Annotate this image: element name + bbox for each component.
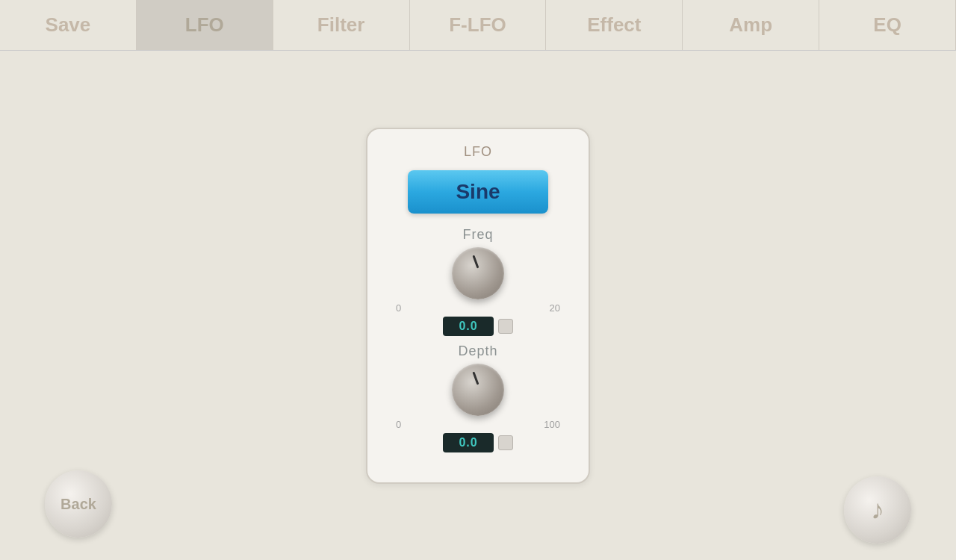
depth-range: 0 100 (390, 419, 566, 430)
freq-knob-tick (472, 255, 479, 268)
freq-min: 0 (396, 302, 401, 314)
freq-label: Freq (462, 227, 493, 243)
tab-lfo[interactable]: LFO (137, 0, 273, 50)
freq-section: Freq 0 20 0.0 (390, 227, 566, 336)
depth-value[interactable]: 0.0 (443, 433, 494, 452)
top-navigation: Save LFO Filter F-LFO Effect Amp EQ (0, 0, 956, 51)
card-title: LFO (464, 144, 492, 160)
depth-min: 0 (396, 419, 401, 430)
waveform-button[interactable]: Sine (408, 170, 548, 214)
depth-knob-tick (472, 371, 479, 385)
lfo-card: LFO Sine Freq 0 20 0.0 Depth (366, 128, 590, 484)
depth-label: Depth (458, 343, 497, 359)
tab-amp[interactable]: Amp (683, 0, 819, 50)
back-button[interactable]: Back (45, 470, 112, 538)
freq-range: 0 20 (390, 302, 566, 314)
freq-value[interactable]: 0.0 (443, 317, 494, 336)
freq-knob[interactable] (452, 247, 504, 299)
music-note-button[interactable]: ♪ (844, 476, 911, 544)
main-content: LFO Sine Freq 0 20 0.0 Depth (0, 51, 956, 560)
freq-controls: 0.0 (443, 317, 513, 336)
tab-eq[interactable]: EQ (819, 0, 956, 50)
depth-controls: 0.0 (443, 433, 513, 452)
depth-section: Depth 0 100 0.0 (390, 343, 566, 452)
tab-save[interactable]: Save (0, 0, 137, 50)
freq-max: 20 (550, 302, 560, 314)
music-note-icon: ♪ (871, 494, 884, 526)
tab-effect[interactable]: Effect (546, 0, 683, 50)
depth-checkbox[interactable] (498, 435, 513, 450)
depth-knob[interactable] (452, 364, 504, 416)
freq-checkbox[interactable] (498, 319, 513, 334)
depth-max: 100 (544, 419, 560, 430)
tab-flfo[interactable]: F-LFO (410, 0, 547, 50)
tab-filter[interactable]: Filter (273, 0, 410, 50)
depth-knob-wrapper (452, 364, 504, 416)
freq-knob-wrapper (452, 247, 504, 299)
